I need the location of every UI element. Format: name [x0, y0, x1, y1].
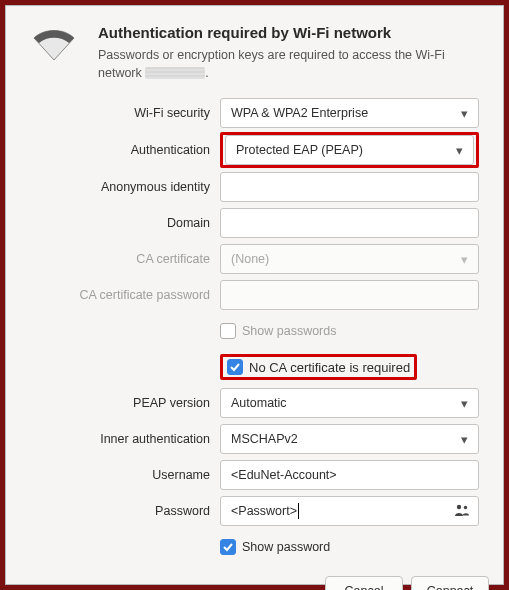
password-input[interactable]: <Passwort>	[220, 496, 479, 526]
authentication-select[interactable]: Protected EAP (PEAP) ▾	[225, 135, 474, 165]
no-ca-required-checkbox[interactable]	[227, 359, 243, 375]
label-ca-cert: CA certificate	[30, 252, 220, 266]
no-ca-required-label: No CA certificate is required	[249, 360, 410, 375]
wifi-icon	[30, 24, 78, 67]
cancel-button[interactable]: Cancel	[325, 576, 403, 590]
svg-point-1	[464, 505, 467, 508]
show-passwords-checkbox	[220, 323, 236, 339]
inner-auth-select[interactable]: MSCHAPv2 ▾	[220, 424, 479, 454]
username-input[interactable]: <EduNet-Account>	[220, 460, 479, 490]
ca-cert-password-input	[220, 280, 479, 310]
chevron-down-icon: ▾	[456, 143, 463, 158]
label-wifi-security: Wi-Fi security	[30, 106, 220, 120]
dialog-footer: Cancel Connect	[6, 566, 503, 590]
wifi-auth-dialog: Authentication required by Wi-Fi network…	[5, 5, 504, 585]
connect-button[interactable]: Connect	[411, 576, 489, 590]
svg-point-0	[457, 504, 461, 508]
chevron-down-icon: ▾	[461, 432, 468, 447]
peap-version-select[interactable]: Automatic ▾	[220, 388, 479, 418]
form-area: Wi-Fi security WPA & WPA2 Enterprise ▾ A…	[6, 90, 503, 566]
redacted-ssid	[145, 67, 205, 79]
show-password-label: Show password	[242, 540, 330, 554]
chevron-down-icon: ▾	[461, 252, 468, 267]
label-username: Username	[30, 468, 220, 482]
dialog-subtitle: Passwords or encryption keys are require…	[98, 47, 479, 82]
show-password-checkbox[interactable]	[220, 539, 236, 555]
label-ca-cert-password: CA certificate password	[30, 288, 220, 302]
label-password: Password	[30, 504, 220, 518]
dialog-title: Authentication required by Wi-Fi network	[98, 24, 479, 41]
domain-input[interactable]	[220, 208, 479, 238]
ca-cert-select: (None) ▾	[220, 244, 479, 274]
label-domain: Domain	[30, 216, 220, 230]
chevron-down-icon: ▾	[461, 396, 468, 411]
chevron-down-icon: ▾	[461, 106, 468, 121]
label-inner-auth: Inner authentication	[30, 432, 220, 446]
highlight-no-ca: No CA certificate is required	[220, 354, 417, 380]
people-icon[interactable]	[454, 503, 470, 520]
show-passwords-label: Show passwords	[242, 324, 337, 338]
anon-identity-input[interactable]	[220, 172, 479, 202]
highlight-authentication: Protected EAP (PEAP) ▾	[220, 132, 479, 168]
label-authentication: Authentication	[30, 143, 220, 157]
label-peap-version: PEAP version	[30, 396, 220, 410]
label-anon-identity: Anonymous identity	[30, 180, 220, 194]
dialog-header: Authentication required by Wi-Fi network…	[6, 6, 503, 90]
wifi-security-select[interactable]: WPA & WPA2 Enterprise ▾	[220, 98, 479, 128]
